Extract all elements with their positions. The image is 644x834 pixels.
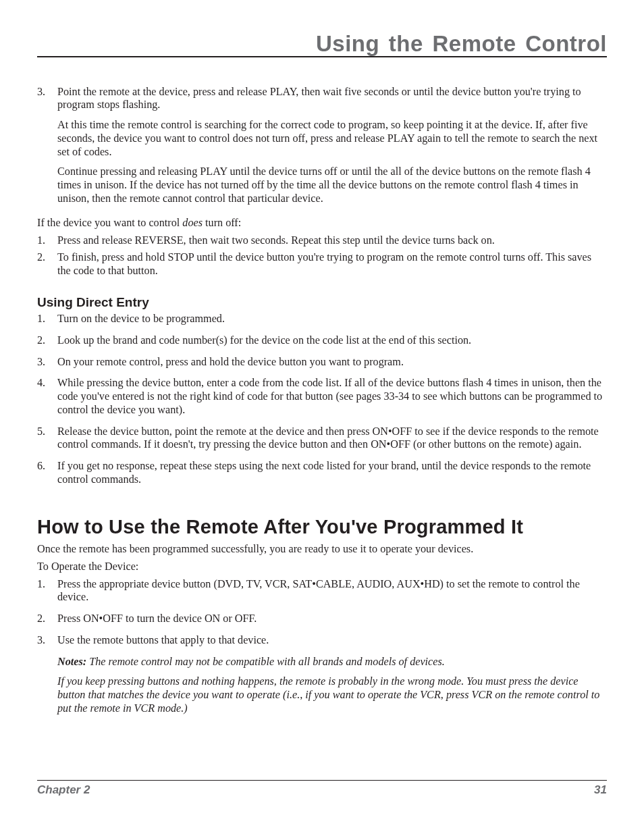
step-number: 4. [37, 377, 57, 417]
list-item: 5. Release the device button, point the … [37, 425, 607, 452]
text: If the device you want to control [37, 217, 182, 229]
notes-line-1: Notes: The remote control may not be com… [57, 656, 607, 669]
list-item: 2. To finish, press and hold STOP until … [37, 251, 607, 278]
page-header-title: Using the Remote Control [37, 32, 607, 56]
how-to-use-intro: Once the remote has been programmed succ… [37, 543, 607, 556]
list-item: 3. Use the remote buttons that apply to … [37, 634, 607, 648]
if-device-off-line: If the device you want to control does t… [37, 217, 607, 230]
notes-block: Notes: The remote control may not be com… [57, 656, 607, 716]
footer-page-number: 31 [594, 783, 607, 797]
notes-lead: Notes: [57, 656, 86, 668]
step-content: Press the appropriate device button (DVD… [57, 578, 607, 605]
step-number: 2. [37, 334, 57, 348]
paragraph: Continue pressing and releasing PLAY unt… [57, 165, 607, 205]
step-content: On your remote control, press and hold t… [57, 356, 607, 369]
page: Using the Remote Control 3. Point the re… [0, 0, 644, 834]
footer-chapter: Chapter 2 [37, 783, 90, 797]
list-item: 1. Turn on the device to be programmed. [37, 313, 607, 326]
step-content: Release the device button, point the rem… [57, 425, 607, 452]
step-number: 1. [37, 578, 57, 605]
step-content: Point the remote at the device, press an… [57, 86, 607, 213]
step-content: Turn on the device to be programmed. [57, 313, 607, 326]
operate-label: To Operate the Device: [37, 561, 607, 574]
step-content: While pressing the device button, enter … [57, 377, 607, 417]
list-item: 6. If you get no response, repeat these … [37, 460, 607, 487]
step-number: 5. [37, 425, 57, 452]
step-number: 1. [37, 313, 57, 326]
step-number: 2. [37, 251, 57, 278]
list-item: 1. Press the appropriate device button (… [37, 578, 607, 605]
list-item: 4. While pressing the device button, ent… [37, 377, 607, 417]
step-content: Use the remote buttons that apply to tha… [57, 634, 607, 648]
step-number: 2. [37, 613, 57, 626]
list-item: 3. Point the remote at the device, press… [37, 86, 607, 213]
list-item: 3. On your remote control, press and hol… [37, 356, 607, 369]
notes-line-2: If you keep pressing buttons and nothing… [57, 675, 607, 715]
step-content: If you get no response, repeat these ste… [57, 460, 607, 487]
step-number: 1. [37, 234, 57, 248]
step-number: 3. [37, 356, 57, 369]
list-item: 2. Press ON•OFF to turn the device ON or… [37, 613, 607, 626]
if-off-substeps: 1. Press and release REVERSE, then wait … [37, 234, 607, 278]
step-content: To finish, press and hold STOP until the… [57, 251, 607, 278]
direct-entry-steps: 1. Turn on the device to be programmed. … [37, 313, 607, 487]
emphasis-does: does [182, 217, 203, 229]
notes-text-1: The remote control may not be compatible… [86, 656, 445, 668]
list-item: 1. Press and release REVERSE, then wait … [37, 234, 607, 248]
operate-steps: 1. Press the appropriate device button (… [37, 578, 607, 648]
page-header: Using the Remote Control [37, 32, 607, 57]
auto-search-step-3: 3. Point the remote at the device, press… [37, 86, 607, 213]
step-content: Press ON•OFF to turn the device ON or OF… [57, 613, 607, 626]
page-footer: Chapter 2 31 [37, 780, 607, 797]
list-item: 2. Look up the brand and code number(s) … [37, 334, 607, 348]
body: 3. Point the remote at the device, press… [37, 86, 607, 716]
step-number: 6. [37, 460, 57, 487]
paragraph: At this time the remote control is searc… [57, 119, 607, 159]
paragraph: Point the remote at the device, press an… [57, 86, 607, 113]
heading-how-to-use: How to Use the Remote After You've Progr… [37, 515, 607, 539]
heading-direct-entry: Using Direct Entry [37, 294, 607, 310]
step-number: 3. [37, 634, 57, 648]
step-content: Look up the brand and code number(s) for… [57, 334, 607, 348]
step-content: Press and release REVERSE, then wait two… [57, 234, 607, 248]
step-number: 3. [37, 86, 57, 213]
text: turn off: [203, 217, 241, 229]
